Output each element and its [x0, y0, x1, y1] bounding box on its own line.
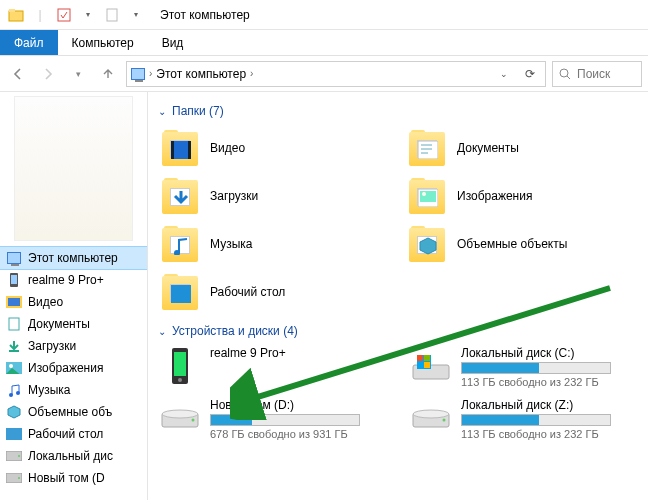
content-area[interactable]: ⌄ Папки (7) ВидеоДокументыЗагрузкиИзобра…	[148, 92, 648, 500]
sidebar-item-label: Локальный дис	[28, 449, 113, 463]
group-header-folders[interactable]: ⌄ Папки (7)	[154, 100, 642, 126]
breadcrumb[interactable]: › Этот компьютер › ⌄ ⟳	[126, 61, 546, 87]
drive-capacity-bar	[461, 414, 611, 426]
qat-separator: |	[30, 5, 50, 25]
folder-item-0[interactable]: Видео	[160, 126, 395, 170]
group-drives-label: Устройства и диски (4)	[172, 324, 298, 338]
breadcrumb-dropdown[interactable]: ⌄	[493, 69, 515, 79]
sidebar-item-label: Музыка	[28, 383, 70, 397]
svg-point-15	[16, 391, 20, 395]
svg-point-4	[560, 69, 568, 77]
window-title: Этот компьютер	[160, 8, 250, 22]
sidebar-item-label: Объемные объ	[28, 405, 112, 419]
sidebar-item-3[interactable]: Документы	[0, 313, 147, 335]
address-bar-row: ▾ › Этот компьютер › ⌄ ⟳ Поиск	[0, 56, 648, 92]
svg-rect-7	[11, 275, 17, 284]
sidebar-item-label: Документы	[28, 317, 90, 331]
ribbon-tabs: Файл Компьютер Вид	[0, 30, 648, 56]
folder-item-1[interactable]: Документы	[407, 126, 642, 170]
doc-icon	[417, 140, 437, 158]
folder-label: Объемные объекты	[457, 237, 567, 251]
nav-recent-dropdown[interactable]: ▾	[66, 62, 90, 86]
nav-back-button[interactable]	[6, 62, 30, 86]
drive-capacity-bar	[461, 362, 611, 374]
sidebar-item-label: Новый том (D	[28, 471, 105, 485]
sidebar-item-6[interactable]: Музыка	[0, 379, 147, 401]
tab-view[interactable]: Вид	[148, 30, 198, 55]
nav-forward-button[interactable]	[36, 62, 60, 86]
sidebar-item-7[interactable]: Объемные объ	[0, 401, 147, 423]
svg-line-5	[567, 76, 570, 79]
sidebar-item-2[interactable]: Видео	[0, 291, 147, 313]
folder-item-4[interactable]: Музыка	[160, 222, 395, 266]
nav-up-button[interactable]	[96, 62, 120, 86]
sidebar-item-10[interactable]: Новый том (D	[0, 467, 147, 489]
drive-item-2[interactable]: Новый том (D:)678 ГБ свободно из 931 ГБ	[160, 398, 391, 440]
folder-icon	[407, 224, 447, 264]
search-icon	[559, 68, 571, 80]
tab-computer[interactable]: Компьютер	[58, 30, 148, 55]
video-icon	[6, 294, 22, 310]
drive-name: Локальный диск (Z:)	[461, 398, 611, 412]
drive-free-text: 678 ГБ свободно из 931 ГБ	[210, 428, 360, 440]
drive-item-0[interactable]: realme 9 Pro+	[160, 346, 391, 388]
cube-icon	[417, 236, 437, 254]
down-icon	[170, 188, 190, 206]
folder-item-2[interactable]: Загрузки	[160, 174, 395, 218]
drive-item-3[interactable]: Локальный диск (Z:)113 ГБ свободно из 23…	[411, 398, 642, 440]
folder-icon	[160, 128, 200, 168]
drive-free-text: 113 ГБ свободно из 232 ГБ	[461, 428, 611, 440]
folder-label: Музыка	[210, 237, 252, 251]
desktop-icon	[6, 426, 22, 442]
qat-chevron-icon[interactable]: ▾	[126, 5, 146, 25]
svg-rect-16	[6, 428, 22, 440]
chevron-right-icon[interactable]: ›	[250, 68, 253, 79]
search-placeholder: Поиск	[577, 67, 610, 81]
folder-item-6[interactable]: Рабочий стол	[160, 270, 395, 314]
drive-item-1[interactable]: Локальный диск (C:)113 ГБ свободно из 23…	[411, 346, 642, 388]
chevron-down-icon[interactable]: ⌄	[158, 106, 166, 117]
sidebar-item-4[interactable]: Загрузки	[0, 335, 147, 357]
svg-point-47	[443, 419, 446, 422]
svg-rect-22	[171, 141, 174, 159]
chevron-right-icon[interactable]: ›	[149, 68, 152, 79]
sidebar-item-0[interactable]: Этот компьютер	[0, 247, 147, 269]
folder-icon	[160, 272, 200, 312]
folder-item-3[interactable]: Изображения	[407, 174, 642, 218]
navigation-pane[interactable]: Этот компьютерrealme 9 Pro+ВидеоДокумент…	[0, 92, 148, 500]
search-input[interactable]: Поиск	[552, 61, 642, 87]
music-icon	[6, 382, 22, 398]
disk-icon	[6, 470, 22, 486]
group-header-drives[interactable]: ⌄ Устройства и диски (4)	[154, 320, 642, 346]
svg-rect-11	[9, 350, 19, 352]
quick-access-toolbar: | ▾ ▾	[6, 5, 146, 25]
folder-item-5[interactable]: Объемные объекты	[407, 222, 642, 266]
folder-icon	[407, 176, 447, 216]
chevron-down-icon[interactable]: ⌄	[158, 326, 166, 337]
folder-label: Документы	[457, 141, 519, 155]
tab-file[interactable]: Файл	[0, 30, 58, 55]
film-icon	[170, 140, 190, 158]
refresh-icon[interactable]: ⟳	[519, 67, 541, 81]
sidebar-item-label: realme 9 Pro+	[28, 273, 104, 287]
svg-rect-1	[9, 9, 15, 12]
drive-free-text: 113 ГБ свободно из 232 ГБ	[461, 376, 611, 388]
svg-point-20	[18, 477, 20, 479]
qat-dropdown-icon[interactable]: ▾	[78, 5, 98, 25]
phone-device-icon	[160, 346, 200, 386]
main-area: Этот компьютерrealme 9 Pro+ВидеоДокумент…	[0, 92, 648, 500]
sidebar-item-1[interactable]: realme 9 Pro+	[0, 269, 147, 291]
breadcrumb-root[interactable]: Этот компьютер	[156, 67, 246, 81]
folder-icon	[160, 176, 200, 216]
folder-icon	[407, 128, 447, 168]
svg-rect-39	[424, 355, 430, 361]
drive-name: realme 9 Pro+	[210, 346, 286, 360]
properties-icon[interactable]	[54, 5, 74, 25]
sidebar-item-9[interactable]: Локальный дис	[0, 445, 147, 467]
sidebar-item-5[interactable]: Изображения	[0, 357, 147, 379]
folder-label: Изображения	[457, 189, 532, 203]
sidebar-item-8[interactable]: Рабочий стол	[0, 423, 147, 445]
pc-icon[interactable]	[131, 68, 145, 80]
pic-icon	[417, 188, 437, 206]
preview-pane	[14, 96, 133, 241]
